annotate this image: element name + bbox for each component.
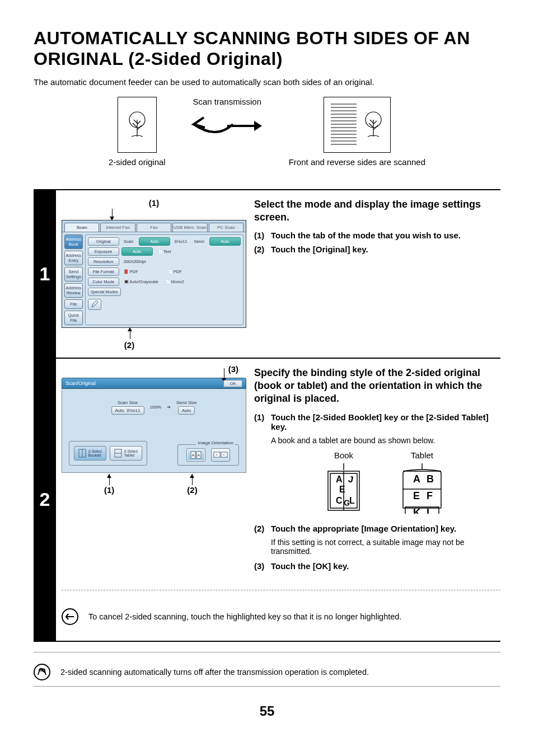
cm-val1: 🔳 Auto/Grayscale: [121, 278, 161, 285]
s1-sub2-num: (2): [254, 245, 271, 254]
scan-transmission-label: Scan transmission: [193, 97, 261, 106]
svg-text:B: B: [427, 473, 434, 485]
resolution-button[interactable]: Resolution: [88, 257, 119, 266]
sidebar-address-entry[interactable]: Address Entry: [64, 251, 83, 265]
book-label: Book: [321, 450, 366, 460]
pencil-icon: [91, 300, 99, 308]
tab-pc-scan[interactable]: PC Scan: [209, 223, 243, 232]
tablet-label: Tablet: [400, 450, 444, 460]
sidebar-address-review[interactable]: Address Review: [64, 283, 83, 298]
tablet-icon: [114, 449, 122, 458]
scan-auto-pill[interactable]: Auto 8½x11: [111, 406, 144, 415]
preview-button[interactable]: [88, 299, 101, 310]
exposure-button[interactable]: Exposure: [88, 247, 119, 256]
original-illustration: [118, 97, 157, 153]
sidebar-quick-file[interactable]: Quick File: [64, 311, 83, 325]
sidebar-send-settings[interactable]: Send Settings: [64, 267, 83, 281]
note-icon: [34, 664, 50, 680]
svg-text:J: J: [348, 474, 354, 484]
intro-text: The automatic document feeder can be use…: [34, 77, 500, 87]
special-modes-button[interactable]: Special Modes: [88, 288, 121, 296]
ff-val1: 📕 PDF: [121, 268, 140, 275]
step-number-2: 2: [34, 359, 56, 641]
tab-scan[interactable]: Scan: [64, 223, 99, 232]
svg-text:C: C: [336, 496, 343, 505]
step2-title: Specify the binding style of the 2-sided…: [254, 367, 495, 406]
book-illustration: A J E C G L: [321, 463, 366, 514]
original-button[interactable]: Original: [88, 237, 119, 246]
scanned-illustration: [324, 97, 391, 153]
portrait-icon: AA: [190, 451, 202, 459]
svg-text:K: K: [413, 507, 420, 514]
booklet-icon: [78, 449, 86, 458]
svg-text:A: A: [197, 453, 200, 458]
ff-val2: 📄 PDF: [165, 268, 184, 275]
send-auto-pill[interactable]: Auto: [178, 406, 195, 415]
s1-sub1-text: Touch the tab of the mode that you wish …: [271, 231, 495, 240]
footer-note: 2-sided scanning automatically turns off…: [60, 668, 369, 677]
s1-sub1-num: (1): [254, 231, 271, 240]
resolution-val: 200X200dpi: [121, 258, 148, 265]
send-label: Send:: [191, 238, 207, 245]
svg-text:A: A: [336, 475, 343, 484]
scan-original-panel: Scan/Original OK Scan Size Auto 8½x11 10…: [62, 378, 246, 473]
panel2-title: Scan/Original: [65, 381, 96, 386]
landscape-icon: <<: [213, 452, 228, 458]
file-format-button[interactable]: File Format: [88, 267, 119, 276]
scan-size-label: Scan Size: [111, 400, 144, 405]
scan-auto-button[interactable]: Auto: [139, 237, 170, 246]
tab-usb-mem-scan[interactable]: USB Mem. Scan: [172, 223, 207, 232]
svg-text:A: A: [413, 473, 420, 485]
svg-text:L: L: [427, 507, 433, 514]
s2-sub2-num: (2): [254, 524, 271, 533]
pct-label: 100%: [150, 405, 161, 410]
svg-text:<: <: [223, 453, 225, 457]
two-sided-booklet-button[interactable]: 2-Sided Booklet: [74, 446, 106, 461]
svg-text:F: F: [427, 490, 433, 501]
orientation-landscape-button[interactable]: <<: [211, 448, 230, 462]
s2-sub2-note: If this setting is not correct, a suitab…: [271, 538, 495, 556]
svg-text:E: E: [339, 485, 345, 494]
s2-sub1-note: A book and a tablet are bound as shown b…: [271, 436, 495, 445]
s2-sub2-text: Touch the appropriate [Image Orientation…: [271, 524, 495, 533]
sidebar-address-book[interactable]: Address Book: [64, 234, 83, 249]
tablet-illustration: A B E F K L: [400, 463, 444, 514]
scan-label: Scan:: [121, 238, 137, 245]
settings-panel-screenshot: Scan Internet Fax Fax USB Mem. Scan PC S…: [62, 220, 246, 328]
s2-sub1-text: Touch the [2-Sided Booklet] key or the […: [271, 412, 495, 431]
s2-sub3-num: (3): [254, 561, 271, 571]
tab-internet-fax[interactable]: Internet Fax: [100, 223, 135, 232]
page-number: 55: [34, 703, 500, 719]
arrow-icon: [188, 112, 266, 140]
left-caption: 2-sided original: [109, 157, 166, 167]
send-size-label: Send Size: [176, 400, 196, 405]
callout-1: (1): [62, 198, 246, 208]
ok-button[interactable]: OK: [223, 380, 242, 387]
svg-text:E: E: [413, 490, 420, 501]
exposure-auto[interactable]: Auto: [121, 247, 153, 256]
exposure-mode: 📄 Text: [155, 248, 174, 255]
sidebar-file[interactable]: File: [64, 299, 83, 309]
callout-3: (3): [228, 364, 238, 374]
image-orientation-label: Image Orientation: [196, 440, 235, 445]
page-heading: AUTOMATICALLY SCANNING BOTH SIDES OF AN …: [34, 28, 500, 69]
tab-fax[interactable]: Fax: [137, 223, 171, 232]
two-sided-tablet-button[interactable]: 2-Sided Tablet: [110, 446, 142, 461]
send-auto-button[interactable]: Auto: [209, 237, 241, 246]
callout-s2-2: (2): [187, 485, 197, 495]
color-mode-button[interactable]: Color Mode: [88, 278, 119, 286]
diagram-row: 2-sided original Scan transmission Front…: [34, 97, 500, 167]
cancel-icon: [62, 608, 78, 625]
cancel-note: To cancel 2-sided scanning, touch the hi…: [88, 612, 401, 621]
svg-text:A: A: [191, 453, 195, 458]
orientation-portrait-button[interactable]: AA: [186, 448, 205, 462]
svg-text:L: L: [349, 496, 355, 505]
scan-size-val: 8½x11: [172, 238, 190, 245]
right-caption: Front and reverse sides are scanned: [289, 157, 425, 167]
cm-val2: 📄 Mono2: [163, 278, 186, 285]
svg-text:<: <: [216, 453, 218, 457]
callout-2: (2): [12, 340, 246, 350]
svg-rect-2: [329, 101, 359, 150]
callout-s2-1: (1): [104, 485, 114, 495]
step1-title: Select the mode and display the image se…: [254, 198, 495, 224]
